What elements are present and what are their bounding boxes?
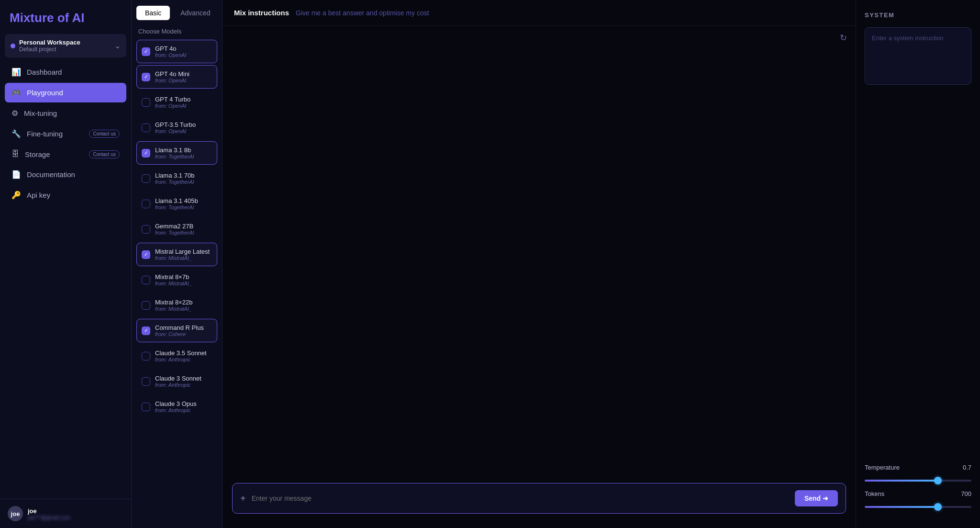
logo-text-prefix: Mixture of — [10, 11, 72, 25]
model-source: from: OpenAI — [155, 78, 189, 83]
model-name: GPT 4o Mini — [155, 70, 189, 78]
model-source: from: Anthropic — [155, 407, 197, 413]
models-list: ✓ GPT 4o from: OpenAI ✓ GPT 4o Mini from… — [132, 40, 222, 528]
model-item[interactable]: Mixtral 8×7b from: MistralAI_ — [136, 268, 217, 292]
system-instruction-input[interactable] — [865, 27, 971, 85]
sidebar-item-documentation[interactable]: 📄 Documentation — [5, 165, 126, 184]
temperature-slider[interactable] — [865, 480, 971, 482]
user-email: joe***@gmail.com — [28, 515, 70, 520]
model-item[interactable]: Mixtral 8×22b from: MistralAI_ — [136, 293, 217, 317]
chat-area: ↻ + Send ➜ — [223, 26, 856, 528]
sidebar-footer: joe joe joe***@gmail.com — [0, 499, 131, 528]
model-checkbox: ✓ — [142, 149, 150, 157]
system-panel: SYSTEM Temperature 0.7 Tokens 700 — [856, 0, 980, 528]
nav-icon-playground: 🎮 — [11, 88, 21, 97]
sidebar-item-mix-tuning[interactable]: ⚙ Mix-tuning — [5, 103, 126, 123]
tokens-label: Tokens — [865, 490, 884, 497]
model-item[interactable]: Llama 3.1 405b from: TogetherAI — [136, 192, 217, 215]
temperature-value: 0.7 — [963, 464, 971, 471]
sidebar-item-fine-tuning[interactable]: 🔧 Fine-tuning Contact us — [5, 124, 126, 144]
refresh-button[interactable]: ↻ — [840, 33, 847, 43]
slider-section: Temperature 0.7 Tokens 700 — [865, 464, 971, 517]
model-source: from: TogetherAI — [155, 154, 194, 159]
nav-label-documentation: Documentation — [27, 170, 75, 179]
model-checkbox — [142, 174, 150, 183]
model-source: from: OpenAI — [155, 128, 196, 134]
model-checkbox: ✓ — [142, 326, 150, 335]
sidebar-item-dashboard[interactable]: 📊 Dashboard — [5, 62, 126, 82]
badge-storage: Contact us — [89, 150, 120, 158]
model-item[interactable]: Llama 3.1 70b from: TogetherAI — [136, 167, 217, 190]
system-label: SYSTEM — [865, 11, 971, 19]
nav-icon-mix-tuning: ⚙ — [11, 109, 18, 118]
model-name: GPT-3.5 Turbo — [155, 121, 196, 128]
model-item[interactable]: Claude 3 Opus from: Anthropic — [136, 395, 217, 418]
sidebar: Mixture of AI Personal Workspace Default… — [0, 0, 132, 528]
model-source: from: TogetherAI — [155, 204, 198, 210]
model-name: Claude 3 Sonnet — [155, 375, 201, 382]
model-checkbox: ✓ — [142, 250, 150, 259]
model-checkbox — [142, 200, 150, 208]
nav-icon-documentation: 📄 — [11, 170, 21, 179]
sidebar-item-playground[interactable]: 🎮 Playground — [5, 83, 126, 102]
model-item[interactable]: Gemma2 27B from: TogetherAI — [136, 217, 217, 241]
model-checkbox — [142, 377, 150, 386]
nav-icon-dashboard: 📊 — [11, 67, 21, 77]
model-checkbox: ✓ — [142, 47, 150, 56]
model-source: from: Anthropic — [155, 357, 207, 362]
tokens-row: Tokens 700 — [865, 490, 971, 497]
message-input[interactable] — [252, 494, 789, 502]
nav-menu: 📊 Dashboard 🎮 Playground ⚙ Mix-tuning 🔧 … — [0, 62, 131, 499]
nav-label-playground: Playground — [27, 89, 63, 97]
main-area: Mix instructions Give me a best answer a… — [223, 0, 856, 528]
nav-label-fine-tuning: Fine-tuning — [27, 130, 63, 138]
mix-instructions-bar: Mix instructions Give me a best answer a… — [223, 0, 856, 26]
tokens-value: 700 — [961, 490, 971, 497]
model-source: from: MistralAI_ — [155, 255, 210, 261]
tab-basic[interactable]: Basic — [136, 6, 170, 20]
model-item[interactable]: GPT-3.5 Turbo from: OpenAI — [136, 116, 217, 139]
tokens-slider[interactable] — [865, 506, 971, 508]
logo-text-accent: AI — [72, 11, 84, 25]
model-checkbox — [142, 124, 150, 132]
model-name: Gemma2 27B — [155, 223, 194, 230]
model-checkbox — [142, 403, 150, 411]
model-name: Llama 3.1 70b — [155, 172, 194, 179]
temperature-row: Temperature 0.7 — [865, 464, 971, 471]
nav-icon-api-key: 🔑 — [11, 191, 21, 200]
app-logo: Mixture of AI — [0, 0, 131, 34]
model-item[interactable]: ✓ GPT 4o Mini from: OpenAI — [136, 65, 217, 89]
tab-advanced[interactable]: Advanced — [172, 6, 219, 20]
model-item[interactable]: GPT 4 Turbo from: OpenAI — [136, 90, 217, 114]
model-item[interactable]: ✓ Llama 3.1 8b from: TogetherAI — [136, 141, 217, 165]
sidebar-item-api-key[interactable]: 🔑 Api key — [5, 185, 126, 205]
model-source: from: OpenAI — [155, 103, 190, 109]
model-item[interactable]: ✓ Mistral Large Latest from: MistralAI_ — [136, 243, 217, 266]
send-button[interactable]: Send ➜ — [795, 490, 838, 506]
mix-instructions-hint: Give me a best answer and optimise my co… — [296, 9, 429, 17]
model-item[interactable]: Claude 3.5 Sonnet from: Anthropic — [136, 344, 217, 368]
workspace-selector[interactable]: Personal Workspace Default project ⌄ — [5, 34, 126, 57]
attach-button[interactable]: + — [240, 493, 246, 504]
model-name: Claude 3.5 Sonnet — [155, 349, 207, 357]
workspace-chevron-icon: ⌄ — [114, 41, 121, 50]
model-checkbox — [142, 301, 150, 310]
model-source: from: TogetherAI — [155, 230, 194, 236]
model-name: Llama 3.1 405b — [155, 197, 198, 204]
avatar: joe — [8, 506, 23, 521]
model-checkbox — [142, 98, 150, 107]
workspace-name: Personal Workspace — [19, 39, 80, 46]
model-item[interactable]: ✓ GPT 4o from: OpenAI — [136, 40, 217, 63]
mix-instructions-label: Mix instructions — [234, 9, 289, 17]
temperature-label: Temperature — [865, 464, 900, 471]
model-name: GPT 4o — [155, 45, 186, 52]
model-source: from: MistralAI_ — [155, 306, 192, 312]
model-source: from: TogetherAI — [155, 179, 194, 185]
model-name: Mixtral 8×22b — [155, 299, 192, 306]
model-source: from: Anthropic — [155, 382, 201, 388]
sidebar-item-storage[interactable]: 🗄 Storage Contact us — [5, 145, 126, 164]
model-item[interactable]: ✓ Command R Plus from: Cohere — [136, 319, 217, 342]
model-item[interactable]: Claude 3 Sonnet from: Anthropic — [136, 370, 217, 393]
badge-fine-tuning: Contact us — [89, 130, 120, 138]
model-checkbox: ✓ — [142, 73, 150, 81]
